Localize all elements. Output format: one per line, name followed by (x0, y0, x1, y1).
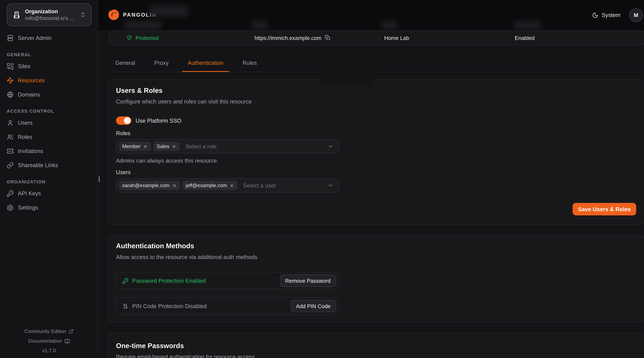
documentation-label: Documentation (28, 338, 62, 344)
password-protection-status: Password Protection Enabled (122, 278, 206, 284)
sso-toggle-row: Use Platform SSO (116, 116, 636, 125)
sidebar-item-domains[interactable]: Domains (5, 89, 93, 99)
link-icon (7, 161, 14, 169)
save-users-roles-button[interactable]: Save Users & Roles (573, 203, 636, 215)
sidebar-item-settings[interactable]: Settings (5, 202, 93, 212)
sidebar-item-label: Roles (18, 134, 32, 140)
sidebar-item-server-admin[interactable]: Server Admin (5, 33, 93, 43)
ticket-check-icon (7, 147, 14, 155)
pin-protection-label: PIN Code Protection Disabled (132, 303, 207, 309)
user-chip: jeff@example.com (182, 181, 238, 190)
roles-icon (7, 133, 14, 140)
resource-auth-status-label: Protected (136, 35, 159, 41)
org-switcher[interactable]: Organization milo@fossorial.io's ... (7, 3, 92, 26)
pin-protection-status: PIN Code Protection Disabled (122, 303, 207, 309)
pangolin-logo (108, 9, 120, 21)
role-chip-label: Sales (157, 143, 169, 149)
copy-icon[interactable] (325, 35, 331, 41)
sidebar-item-label: Shareable Links (18, 162, 58, 168)
documentation-link[interactable]: Documentation (28, 338, 70, 344)
external-link-icon (69, 329, 74, 334)
admins-note: Admins can always access this resource. (116, 158, 636, 164)
users-roles-card: Users & Roles Configure which users and … (108, 79, 644, 225)
sso-toggle-knob (124, 117, 130, 124)
redacted-text (320, 75, 372, 84)
gear-icon (7, 204, 14, 211)
resource-summary-banner: Protected https://immich.example.com Hom… (109, 31, 644, 45)
users-select-placeholder: Select a user (243, 182, 325, 189)
resource-enabled-status: Enabled (515, 35, 644, 41)
key-icon (7, 190, 14, 197)
chevron-down-icon (328, 143, 334, 149)
server-icon (7, 34, 14, 41)
topbar: PANGOLIN System M (98, 0, 644, 31)
sidebar-section-organization: ORGANIZATION (7, 179, 92, 184)
roles-select[interactable]: Member Sales Select a role (116, 139, 339, 154)
otp-description: Require email-based authentication for r… (116, 353, 636, 358)
tab-authentication[interactable]: Authentication (182, 55, 229, 72)
auth-methods-card: Authentication Methods Allow access to t… (108, 235, 644, 322)
auth-methods-description: Allow access to the resource via additio… (116, 254, 636, 261)
remove-chip-icon[interactable] (143, 144, 148, 149)
tab-rules[interactable]: Rules (236, 55, 262, 72)
resource-site: Home Lab (384, 35, 515, 41)
sidebar-item-label: Settings (18, 204, 38, 211)
chevrons-up-down-icon (80, 12, 86, 18)
org-switcher-value: milo@fossorial.io's ... (25, 15, 76, 22)
sidebar-item-shareable-links[interactable]: Shareable Links (5, 160, 93, 170)
building-icon (12, 11, 21, 19)
roles-select-placeholder: Select a role (186, 143, 325, 150)
sidebar-item-label: Invitations (18, 148, 43, 154)
redacted-text (382, 21, 398, 30)
book-open-icon (64, 338, 70, 344)
add-pin-code-button[interactable]: Add PIN Code (290, 300, 336, 312)
otp-card: One-time Passwords Require email-based a… (108, 332, 644, 358)
auth-methods-title: Authentication Methods (116, 241, 636, 250)
pin-protection-row: PIN Code Protection Disabled Add PIN Cod… (116, 297, 339, 315)
password-protection-row: Password Protection Enabled Remove Passw… (116, 272, 339, 289)
chevron-down-icon (328, 182, 334, 188)
users-roles-title: Users & Roles (116, 86, 636, 95)
community-edition-link[interactable]: Community Edition (24, 328, 74, 334)
sidebar-item-label: API Keys (18, 190, 41, 196)
users-select[interactable]: sarah@example.com jeff@example.com Selec… (116, 178, 339, 193)
topbar-right: System M (592, 0, 643, 31)
resource-url-cell: https://immich.example.com (254, 35, 384, 41)
password-protection-label: Password Protection Enabled (132, 278, 206, 284)
binary-icon (122, 303, 128, 309)
remove-chip-icon[interactable] (172, 183, 176, 188)
sidebar-item-users[interactable]: Users (5, 118, 93, 128)
sidebar-item-label: Server Admin (18, 35, 52, 41)
user-chip-label: jeff@example.com (186, 182, 227, 188)
org-switcher-text: Organization milo@fossorial.io's ... (25, 8, 76, 22)
sso-toggle[interactable] (116, 116, 132, 125)
sidebar-section-general: GENERAL (7, 52, 92, 57)
remove-password-button[interactable]: Remove Password (280, 274, 336, 287)
sidebar-item-api-keys[interactable]: API Keys (5, 188, 93, 198)
key-round-icon (122, 278, 128, 284)
sidebar-item-invitations[interactable]: Invitations (5, 146, 93, 156)
sidebar: Organization milo@fossorial.io's ... Ser… (0, 0, 98, 358)
user-chip: sarah@example.com (119, 181, 180, 190)
tab-general[interactable]: General (109, 55, 141, 72)
remove-chip-icon[interactable] (230, 183, 234, 188)
resource-url: https://immich.example.com (254, 35, 322, 41)
sidebar-nav: Server Admin GENERAL Sites Resources Do (0, 30, 98, 217)
users-field-label: Users (116, 169, 636, 175)
sidebar-item-roles[interactable]: Roles (5, 132, 93, 142)
sidebar-item-sites[interactable]: Sites (5, 61, 93, 71)
remove-chip-icon[interactable] (172, 144, 176, 149)
roles-field-label: Roles (116, 130, 636, 136)
role-chip: Member (119, 142, 151, 151)
globe-icon (7, 91, 14, 98)
avatar[interactable]: M (629, 8, 643, 22)
redacted-text (125, 21, 161, 30)
theme-toggle[interactable]: System (592, 12, 620, 18)
theme-toggle-label: System (602, 12, 620, 18)
resource-tabs: General Proxy Authentication Rules (109, 55, 644, 72)
tab-proxy[interactable]: Proxy (148, 55, 174, 72)
sidebar-scrollbar[interactable] (98, 176, 100, 182)
sites-icon (7, 63, 14, 70)
sidebar-item-resources[interactable]: Resources (5, 75, 93, 85)
resources-icon (7, 77, 14, 84)
